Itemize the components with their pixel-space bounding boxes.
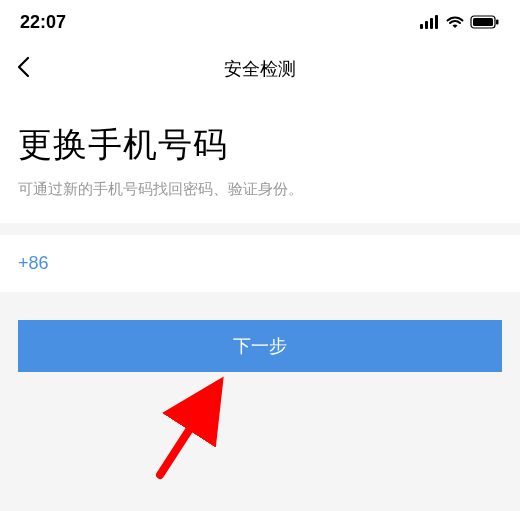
status-time: 22:07 — [20, 12, 66, 33]
phone-row: +86 — [0, 235, 520, 292]
battery-icon — [470, 15, 500, 29]
svg-line-8 — [160, 390, 215, 475]
status-icons — [420, 15, 500, 29]
country-code[interactable]: +86 — [18, 253, 49, 274]
page-title: 更换手机号码 — [18, 122, 502, 168]
nav-title: 安全检测 — [16, 57, 504, 81]
back-button[interactable] — [16, 56, 30, 82]
wifi-icon — [446, 15, 464, 29]
svg-rect-1 — [425, 21, 428, 29]
arrow-annotation-icon — [145, 375, 235, 489]
status-bar: 22:07 — [0, 0, 520, 44]
divider — [0, 223, 520, 235]
svg-rect-5 — [473, 18, 493, 26]
svg-rect-2 — [430, 18, 433, 29]
phone-input[interactable] — [65, 253, 502, 274]
svg-rect-6 — [496, 20, 499, 25]
nav-bar: 安全检测 — [0, 44, 520, 94]
page-subtitle: 可通过新的手机号码找回密码、验证身份。 — [18, 180, 502, 199]
divider — [0, 292, 520, 320]
content-header: 更换手机号码 可通过新的手机号码找回密码、验证身份。 — [0, 94, 520, 223]
button-container: 下一步 — [0, 320, 520, 372]
svg-rect-3 — [435, 15, 438, 29]
svg-rect-0 — [420, 24, 423, 29]
next-button[interactable]: 下一步 — [18, 320, 502, 372]
signal-icon — [420, 15, 440, 29]
